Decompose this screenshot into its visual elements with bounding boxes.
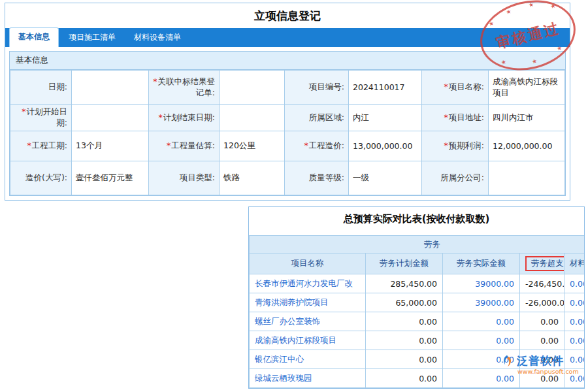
- col-header-project-name: 项目名称: [250, 253, 366, 274]
- overrun-amount: -246,450.00: [520, 274, 564, 293]
- page-title: 立项信息登记: [5, 3, 570, 28]
- field-label: *工程工期:: [10, 131, 72, 161]
- required-marker: *: [444, 82, 448, 91]
- clipped-amount: 0.00: [564, 331, 585, 350]
- plan-amount: 0.00: [366, 350, 443, 369]
- required-marker: *: [159, 112, 163, 122]
- compare-table-title: 总预算实际对比表(按收付款取数): [249, 207, 584, 235]
- plan-amount: 0.00: [366, 369, 443, 388]
- table-row: 长春市伊通河水力发电厂改 285,450.00 39000.00 -246,45…: [250, 274, 585, 293]
- field-label: 日期:: [10, 71, 72, 105]
- overrun-amount: -26,000.00: [520, 293, 564, 312]
- required-marker: *: [153, 76, 157, 86]
- actual-amount-link[interactable]: 0.00: [443, 331, 520, 350]
- required-marker: *: [27, 140, 31, 150]
- field-label: 质量等级:: [285, 161, 349, 195]
- field-label: *工程量估算:: [149, 131, 220, 161]
- field-value-plan-start: [72, 105, 149, 131]
- plan-amount: 285,450.00: [366, 274, 443, 293]
- field-value-bid-result: [220, 71, 285, 105]
- field-label: *项目名称:: [422, 71, 489, 105]
- field-value-branch-company: [489, 161, 565, 195]
- project-registration-panel: 立项信息登记 基本信息 项目施工清单 材料设备清单 基本信息 日期: *关联中标…: [5, 3, 570, 201]
- field-value-project-name: 成渝高铁内江标段项目: [489, 71, 565, 105]
- field-label: *工程造价:: [285, 131, 349, 161]
- required-marker: *: [167, 140, 171, 150]
- col-header-labor-actual: 劳务实际金额: [443, 253, 520, 274]
- field-label: 项目编号:: [285, 71, 349, 105]
- clipped-amount: 0.00: [564, 312, 585, 331]
- table-row: 成渝高铁内江标段项目 0.00 0.00 0.00 0.00: [250, 331, 585, 350]
- field-label: 造价(大写):: [10, 161, 72, 195]
- project-link[interactable]: 成渝高铁内江标段项目: [250, 331, 366, 350]
- plan-amount: 65,000.00: [366, 293, 443, 312]
- form-row: 日期: *关联中标结果登记单: 项目编号: 2024110017 *项目名称: …: [10, 71, 565, 105]
- project-link[interactable]: 长春市伊通河水力发电厂改: [250, 274, 366, 293]
- column-header-row: 项目名称 劳务计划金额 劳务实际金额 劳务超支 材料计划金额: [250, 253, 585, 274]
- overrun-amount: 0.00: [520, 331, 564, 350]
- field-value-region: 内江: [349, 105, 422, 131]
- field-label: *关联中标结果登记单:: [149, 71, 220, 105]
- field-value-date: [72, 71, 149, 105]
- form-row: *工程工期: 13个月 *工程量估算: 120公里 *工程造价: 13,000,…: [10, 131, 565, 161]
- project-link[interactable]: 青海洪湖养护院项目: [250, 293, 366, 312]
- table-row: 青海洪湖养护院项目 65,000.00 39000.00 -26,000.00 …: [250, 293, 585, 312]
- required-marker: *: [304, 140, 308, 150]
- field-value-expected-profit: 12,000,000.00: [489, 131, 565, 161]
- field-value-quality-grade: 一级: [349, 161, 422, 195]
- col-header-labor-plan: 劳务计划金额: [366, 253, 443, 274]
- actual-amount-link[interactable]: 0.00: [443, 312, 520, 331]
- form-row: *计划开始日期: *计划结束日期: 所属区域: 内江 *项目地址: 四川内江市: [10, 105, 565, 131]
- field-value-quantity-estimate: 120公里: [220, 131, 285, 161]
- field-label: *项目地址:: [422, 105, 489, 131]
- fanpu-logo-text: 泛普软件: [517, 353, 564, 368]
- field-value-project-cost: 13,000,000.00: [349, 131, 422, 161]
- tab-basic-info[interactable]: 基本信息: [9, 27, 59, 47]
- field-label: 所属分公司:: [422, 161, 489, 195]
- required-marker: *: [22, 106, 25, 116]
- required-marker: *: [444, 140, 448, 150]
- project-link[interactable]: 绿城云栖玫瑰园: [250, 369, 366, 388]
- field-value-cost-in-words: 壹仟叁佰万元整: [72, 161, 149, 195]
- tab-material-equipment-list[interactable]: 材料设备清单: [125, 29, 189, 47]
- fanpu-flame-icon: [500, 354, 515, 368]
- field-value-plan-end: [220, 105, 285, 131]
- project-form-table: 日期: *关联中标结果登记单: 项目编号: 2024110017 *项目名称: …: [10, 70, 565, 195]
- required-marker: *: [444, 112, 448, 122]
- field-label: *预期利润:: [422, 131, 489, 161]
- basic-info-section: 基本信息 日期: *关联中标结果登记单: 项目编号: 2024110017 *项…: [9, 51, 566, 196]
- group-header-row: 劳务: [250, 236, 585, 253]
- group-header-labor: 劳务: [250, 236, 585, 253]
- col-header-clipped: 材料计划金额: [564, 253, 585, 274]
- field-label: *计划开始日期:: [10, 105, 72, 131]
- clipped-amount: 0.00: [564, 293, 585, 312]
- plan-amount: 0.00: [366, 312, 443, 331]
- actual-amount-link[interactable]: 39000.00: [443, 293, 520, 312]
- overrun-amount: 0.00: [520, 312, 564, 331]
- section-header: 基本信息: [10, 52, 565, 70]
- field-value-project-no: 2024110017: [349, 71, 422, 105]
- tab-bar: 基本信息 项目施工清单 材料设备清单: [5, 28, 570, 47]
- field-value-duration: 13个月: [72, 131, 149, 161]
- field-label: *计划结束日期:: [149, 105, 220, 131]
- red-highlight-box: 劳务超支: [525, 256, 564, 271]
- form-row: 造价(大写): 壹仟叁佰万元整 项目类型: 铁路 质量等级: 一级 所属分公司:: [10, 161, 565, 195]
- fanpu-url: www.fanpusoft.com: [517, 368, 579, 375]
- col-header-labor-overrun: 劳务超支: [520, 253, 564, 274]
- fanpu-logo: 泛普软件 www.fanpusoft.com: [500, 353, 579, 375]
- field-label: 项目类型:: [149, 161, 220, 195]
- project-link[interactable]: 银亿滨江中心: [250, 350, 366, 369]
- field-label: 所属区域:: [285, 105, 349, 131]
- clipped-amount: 0.00: [564, 274, 585, 293]
- field-value-project-type: 铁路: [220, 161, 285, 195]
- table-row: 螺丝厂办公室装饰 0.00 0.00 0.00 0.00: [250, 312, 585, 331]
- plan-amount: 0.00: [366, 331, 443, 350]
- project-link[interactable]: 螺丝厂办公室装饰: [250, 312, 366, 331]
- field-value-address: 四川内江市: [489, 105, 565, 131]
- actual-amount-link[interactable]: 39000.00: [443, 274, 520, 293]
- tab-construction-list[interactable]: 项目施工清单: [60, 29, 124, 47]
